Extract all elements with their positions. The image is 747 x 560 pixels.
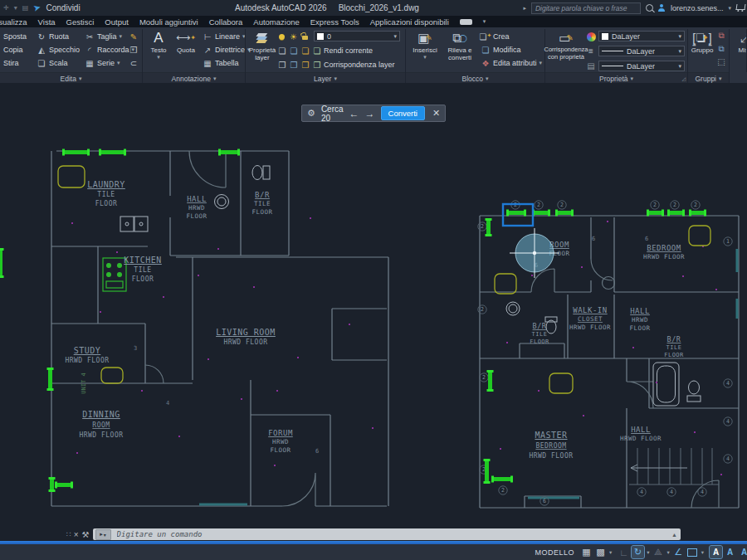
ortho-icon[interactable]: ∟ bbox=[618, 546, 630, 558]
tab-automazione[interactable]: Automazione bbox=[253, 17, 299, 27]
panel-label-annotazione[interactable]: Annotazione▾ bbox=[143, 72, 245, 84]
snap-icon[interactable]: ▩ bbox=[594, 546, 607, 558]
taglia-caret-icon[interactable]: ▾ bbox=[120, 33, 123, 40]
button-direttrice[interactable]: ↗Direttrice▾ bbox=[203, 44, 251, 56]
floor-plan-canvas[interactable]: LAUNDRYTILEFLOORHALLHRWDFLOORB/RTILEFLOO… bbox=[0, 83, 747, 541]
button-edit-polyline[interactable]: ✎ bbox=[129, 31, 139, 42]
button-testo[interactable]: A Testo▾ bbox=[146, 30, 171, 61]
share-icon[interactable]: ➤ bbox=[32, 2, 42, 14]
snap-caret-icon[interactable]: ▾ bbox=[609, 549, 612, 556]
button-misura[interactable]: ⤢ Misu bbox=[733, 30, 747, 54]
panel-label-edita[interactable]: Edita▾ bbox=[0, 72, 142, 84]
button-edita-attributi[interactable]: ❖Edita attributi▾ bbox=[481, 57, 542, 69]
panel-label-blocco[interactable]: Blocco▾ bbox=[406, 72, 544, 84]
button-raccorda[interactable]: ◜Raccorda▾ bbox=[85, 44, 134, 56]
button-proprieta-layer[interactable]: Proprietà layer bbox=[247, 30, 277, 61]
tab-collabora[interactable]: Collabora bbox=[209, 17, 243, 27]
group-edit-icon[interactable]: ⧉ bbox=[716, 44, 726, 54]
annotation-autoscale-icon[interactable]: A bbox=[724, 546, 736, 558]
button-match-properties[interactable]: ▭✎ Corrispondenza con proprietà bbox=[545, 30, 587, 61]
button-taglia[interactable]: ✂Taglia▾ bbox=[85, 31, 122, 42]
group-select-icon[interactable]: ⬚ bbox=[716, 57, 726, 66]
button-gruppo[interactable]: ⦋❏✦⦌ Gruppo bbox=[690, 30, 715, 54]
button-tabella[interactable]: ▦Tabella bbox=[203, 57, 239, 69]
quick-access-menu-icon[interactable]: ▤ bbox=[22, 4, 29, 12]
osnap-icon[interactable] bbox=[686, 546, 699, 558]
button-crea[interactable]: ❏✦Crea bbox=[481, 31, 510, 42]
color-wheel-icon[interactable] bbox=[587, 32, 596, 41]
serie-caret-icon[interactable]: ▾ bbox=[117, 60, 120, 66]
button-scala[interactable]: ❏Scala bbox=[37, 57, 68, 69]
object-color-combo[interactable]: DaLayer ▾ bbox=[598, 31, 685, 41]
tab-vista[interactable]: Vista bbox=[38, 17, 56, 27]
quick-access-caret-icon[interactable]: ▾ bbox=[14, 4, 17, 12]
button-ruota[interactable]: ↻Ruota bbox=[37, 31, 69, 42]
next-arrow-icon[interactable]: → bbox=[365, 108, 375, 119]
quick-access-icon[interactable]: ✛ bbox=[3, 4, 9, 12]
tab-express-tools[interactable]: Express Tools bbox=[310, 17, 359, 27]
isodraft-icon[interactable]: ⟁ bbox=[652, 546, 664, 558]
user-avatar-icon[interactable] bbox=[658, 4, 666, 12]
user-name[interactable]: lorenzo.senes... bbox=[671, 4, 724, 12]
layer-freeze-icon[interactable]: ☀ bbox=[290, 32, 297, 41]
lineweight-caret-icon[interactable]: ▾ bbox=[678, 48, 681, 55]
gear-icon[interactable]: ⚙ bbox=[307, 108, 315, 119]
osnap-caret-icon[interactable]: ▾ bbox=[701, 549, 704, 556]
tab-gestisci[interactable]: Gestisci bbox=[66, 17, 95, 27]
help-expand-icon[interactable]: ▸ bbox=[523, 5, 526, 12]
linetype-caret-icon[interactable]: ▾ bbox=[678, 63, 681, 70]
annotation-scale-icon[interactable]: A bbox=[738, 546, 747, 558]
isodraft-caret-icon[interactable]: ▾ bbox=[666, 549, 669, 556]
button-stira[interactable]: Stira bbox=[3, 57, 19, 69]
layer-unlock-icon[interactable] bbox=[302, 36, 308, 40]
help-search-input[interactable] bbox=[531, 2, 641, 14]
command-history-caret-icon[interactable]: ▲ bbox=[671, 532, 677, 538]
palette-drag-handle[interactable]: ∷ bbox=[66, 530, 71, 538]
button-copia[interactable]: Copia bbox=[3, 44, 23, 56]
tab-visualizza[interactable]: Visualizza bbox=[0, 17, 27, 27]
search-icon[interactable] bbox=[646, 4, 653, 12]
command-input[interactable] bbox=[115, 529, 678, 539]
cart-icon[interactable] bbox=[736, 4, 746, 10]
ribbon-collapse-icon[interactable] bbox=[460, 19, 472, 25]
button-copy-nested[interactable]: ❐ bbox=[129, 44, 139, 56]
button-lineare[interactable]: ⊢Lineare▾ bbox=[203, 31, 246, 42]
prev-arrow-icon[interactable]: ← bbox=[349, 108, 359, 119]
user-caret-icon[interactable]: ▾ bbox=[728, 5, 731, 12]
lineweight-combo[interactable]: DaLayer ▾ bbox=[598, 46, 685, 56]
button-modifica[interactable]: ❏Modifica bbox=[481, 44, 521, 56]
dialog-launcher-icon[interactable]: ◿ bbox=[681, 75, 686, 81]
layer-combo-caret-icon[interactable]: ▾ bbox=[393, 33, 397, 40]
panel-label-gruppi[interactable]: Gruppi▾ bbox=[688, 72, 729, 84]
polar-tracking-icon[interactable]: ↻ bbox=[632, 546, 644, 558]
tab-moduli-aggiuntivi[interactable]: Moduli aggiuntivi bbox=[139, 17, 198, 27]
osnap-tracking-icon[interactable]: ∠ bbox=[672, 546, 685, 558]
linetype-combo[interactable]: DaLayer ▾ bbox=[598, 61, 685, 71]
ribbon-collapse-caret-icon[interactable]: ▾ bbox=[483, 18, 486, 25]
annotation-visibility-icon[interactable]: A bbox=[710, 546, 722, 558]
tab-applicazioni-disponibili[interactable]: Applicazioni disponibili bbox=[370, 17, 449, 27]
layer-select-combo[interactable]: 0 ▾ bbox=[314, 31, 400, 41]
row-rendi-corrente[interactable]: ❏ ❏ ❏ ❏ Rendi corrente bbox=[277, 45, 373, 56]
share-label[interactable]: Condividi bbox=[46, 3, 81, 12]
color-caret-icon[interactable]: ▾ bbox=[678, 33, 681, 40]
button-serie[interactable]: ▦Serie▾ bbox=[85, 57, 120, 69]
polar-caret-icon[interactable]: ▾ bbox=[647, 549, 649, 556]
layer-on-icon[interactable] bbox=[279, 34, 285, 40]
button-rileva-converti[interactable]: ⧉◯ Rileva e converti bbox=[442, 30, 477, 61]
palette-wrench-icon[interactable]: ⚒ bbox=[82, 530, 90, 539]
model-space-button[interactable]: MODELLO bbox=[535, 548, 574, 557]
panel-label-layer[interactable]: Layer▾ bbox=[246, 72, 405, 84]
close-icon[interactable]: ✕ bbox=[432, 108, 440, 119]
button-quota[interactable]: ⟷✦ Quota bbox=[173, 30, 199, 54]
button-offset[interactable]: ⊂ bbox=[129, 57, 139, 69]
attributi-caret-icon[interactable]: ▾ bbox=[540, 60, 543, 66]
command-bar[interactable]: ▸▾ ▲ bbox=[93, 528, 681, 540]
convert-button[interactable]: Converti bbox=[381, 106, 425, 120]
palette-close-icon[interactable]: × bbox=[74, 530, 79, 539]
panel-label-proprieta[interactable]: Proprietà▾◿ bbox=[545, 72, 687, 84]
command-options-icon[interactable]: ▸▾ bbox=[95, 529, 111, 540]
ungroup-icon[interactable]: ⧉ bbox=[716, 31, 726, 41]
button-inserisci[interactable]: ▣✎ Inserisci▾ bbox=[410, 30, 440, 61]
button-specchio[interactable]: ◭Specchio bbox=[37, 44, 80, 56]
